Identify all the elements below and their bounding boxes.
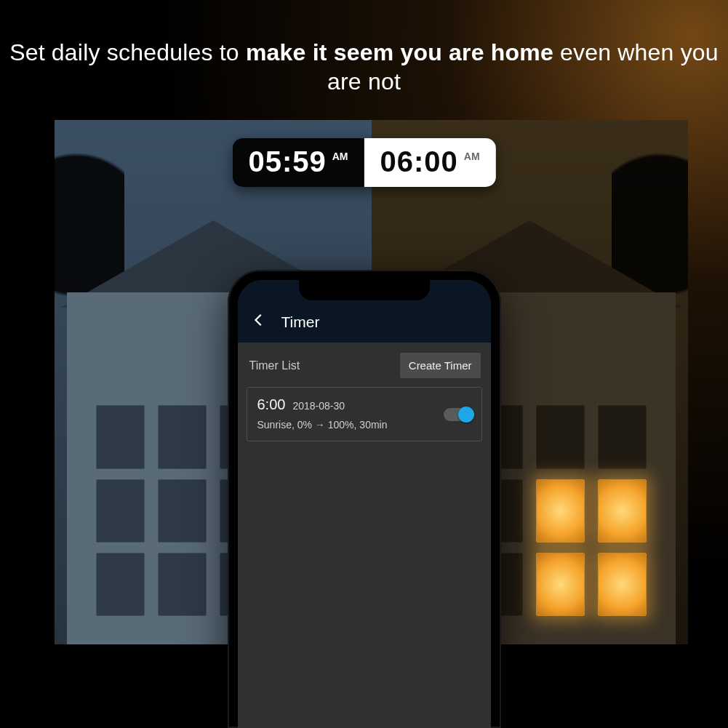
app-screen: Timer Timer List Create Timer 6:00 2018-… <box>238 280 491 728</box>
time-comparison-pill: 05:59 AM 06:00 AM <box>232 138 495 187</box>
time-before-value: 05:59 <box>248 145 326 178</box>
time-after: 06:00 AM <box>364 138 496 187</box>
timer-description: Sunrise, 0% → 100%, 30min <box>257 419 471 431</box>
create-timer-button[interactable]: Create Timer <box>400 353 481 378</box>
phone-mockup: Timer Timer List Create Timer 6:00 2018-… <box>228 270 501 728</box>
timer-card[interactable]: 6:00 2018-08-30 Sunrise, 0% → 100%, 30mi… <box>247 387 482 441</box>
time-after-value: 06:00 <box>380 145 458 178</box>
app-title: Timer <box>281 313 320 331</box>
timer-enable-toggle[interactable] <box>444 408 473 421</box>
headline-part1: Set daily schedules to <box>9 39 246 65</box>
phone-notch <box>299 280 430 300</box>
marketing-headline: Set daily schedules to make it seem you … <box>0 38 728 96</box>
timer-list-label: Timer List <box>249 359 300 372</box>
time-after-meridiem: AM <box>464 151 480 162</box>
timer-date: 2018-08-30 <box>292 400 345 412</box>
time-before: 05:59 AM <box>232 138 364 187</box>
timer-time: 6:00 <box>257 396 286 413</box>
back-arrow-icon[interactable] <box>251 312 267 331</box>
time-before-meridiem: AM <box>332 151 348 162</box>
headline-bold: make it seem you are home <box>246 39 553 65</box>
timer-list-header: Timer List Create Timer <box>238 343 491 387</box>
